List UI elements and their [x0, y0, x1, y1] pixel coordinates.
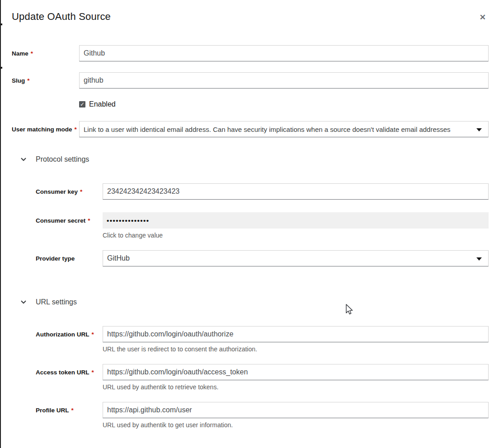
- access-token-url-label: Access token URL: [36, 369, 89, 376]
- required-asterisk: *: [92, 369, 94, 376]
- required-asterisk: *: [27, 77, 29, 84]
- enabled-checkbox[interactable]: ✓: [79, 101, 85, 107]
- required-asterisk: *: [31, 50, 33, 57]
- access-token-url-input[interactable]: [103, 364, 489, 380]
- consumer-secret-label: Consumer secret: [36, 217, 85, 224]
- required-asterisk: *: [71, 407, 74, 414]
- provider-type-value: GitHub: [107, 254, 473, 262]
- name-label: Name: [12, 50, 28, 57]
- chevron-down-icon: [20, 299, 27, 305]
- consumer-key-input[interactable]: [103, 183, 489, 200]
- access-token-url-helper: URL used by authentik to retrieve tokens…: [103, 383, 489, 391]
- profile-url-helper: URL used by authentik to get user inform…: [103, 421, 489, 429]
- enabled-checkbox-label[interactable]: Enabled: [89, 100, 116, 108]
- user-matching-mode-select[interactable]: Link to a user with identical email addr…: [79, 121, 489, 137]
- user-matching-mode-label: User matching mode: [12, 126, 72, 133]
- chevron-down-icon: [20, 156, 27, 163]
- protocol-settings-title: Protocol settings: [36, 155, 89, 163]
- profile-url-row: Profile URL* URL used by authentik to ge…: [36, 402, 489, 429]
- slug-input[interactable]: [79, 72, 489, 89]
- authorization-url-row: Authorization URL* URL the user is redir…: [36, 326, 489, 353]
- caret-down-icon: [476, 128, 482, 131]
- profile-url-label: Profile URL: [36, 407, 69, 414]
- consumer-secret-row: Consumer secret* •••••••••••••• Click to…: [36, 212, 489, 239]
- required-asterisk: *: [88, 217, 90, 224]
- name-input[interactable]: [79, 45, 489, 61]
- modal-header: Update OAuth Source ✕: [12, 11, 489, 23]
- url-settings-toggle[interactable]: URL settings: [20, 298, 489, 306]
- page-title: Update OAuth Source: [12, 11, 111, 23]
- url-settings-body: Authorization URL* URL the user is redir…: [36, 326, 489, 429]
- profile-url-input[interactable]: [103, 402, 489, 418]
- name-field-row: Name*: [12, 45, 489, 61]
- protocol-settings-toggle[interactable]: Protocol settings: [20, 155, 489, 163]
- authorization-url-label: Authorization URL: [36, 331, 89, 338]
- required-asterisk: *: [75, 126, 77, 133]
- protocol-settings-body: Consumer key* Consumer secret* •••••••••…: [36, 183, 489, 266]
- authorization-url-input[interactable]: [103, 326, 489, 342]
- update-oauth-source-modal: Update OAuth Source ✕ Name* Slug*: [0, 0, 499, 429]
- provider-type-row: Provider type GitHub: [36, 250, 489, 266]
- consumer-key-label: Consumer key: [36, 188, 78, 195]
- url-settings-title: URL settings: [36, 298, 77, 306]
- slug-label: Slug: [12, 77, 25, 84]
- provider-type-select[interactable]: GitHub: [103, 250, 489, 266]
- enabled-field-row: ✓ Enabled: [12, 100, 489, 108]
- access-token-url-row: Access token URL* URL used by authentik …: [36, 364, 489, 391]
- provider-type-label: Provider type: [36, 255, 75, 262]
- consumer-secret-helper: Click to change value: [103, 232, 489, 239]
- consumer-secret-masked-input[interactable]: ••••••••••••••: [103, 212, 489, 229]
- oauth-source-form: Name* Slug* ✓ Enabled Use: [12, 45, 489, 429]
- page-left-edge-notch: [0, 67, 2, 69]
- authorization-url-helper: URL the user is redirect to to consent t…: [103, 345, 489, 353]
- user-matching-mode-value: Link to a user with identical email addr…: [84, 126, 473, 133]
- page-left-edge-notch: [0, 23, 2, 25]
- user-matching-mode-row: User matching mode* Link to a user with …: [12, 121, 489, 137]
- close-icon[interactable]: ✕: [480, 14, 486, 21]
- slug-field-row: Slug*: [12, 72, 489, 89]
- consumer-key-row: Consumer key*: [36, 183, 489, 200]
- required-asterisk: *: [91, 331, 94, 338]
- caret-down-icon: [476, 257, 482, 261]
- required-asterisk: *: [80, 188, 82, 195]
